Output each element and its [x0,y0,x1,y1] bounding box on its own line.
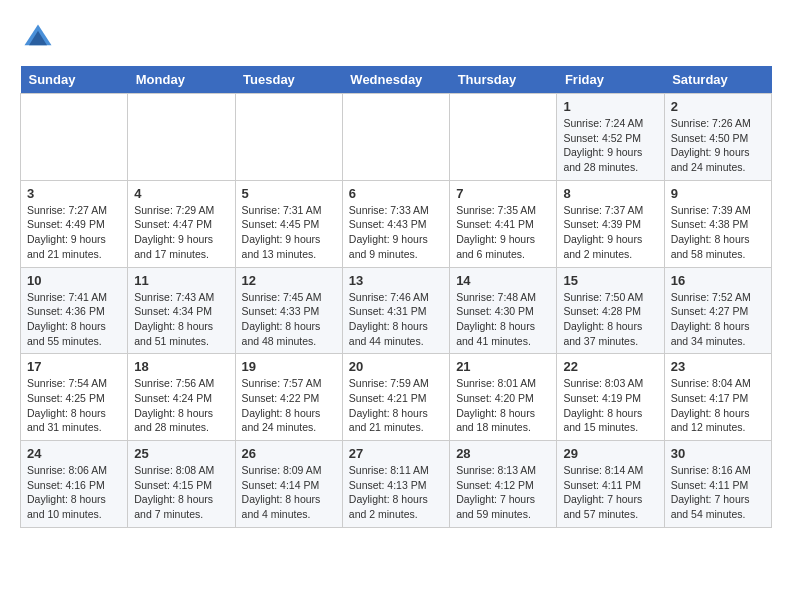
calendar-cell [21,94,128,181]
calendar-cell [235,94,342,181]
day-number: 29 [563,446,657,461]
day-info: Sunrise: 7:45 AM Sunset: 4:33 PM Dayligh… [242,290,336,349]
day-number: 16 [671,273,765,288]
day-number: 5 [242,186,336,201]
calendar-cell: 18Sunrise: 7:56 AM Sunset: 4:24 PM Dayli… [128,354,235,441]
logo-icon [20,20,56,56]
day-info: Sunrise: 7:39 AM Sunset: 4:38 PM Dayligh… [671,203,765,262]
calendar-cell: 6Sunrise: 7:33 AM Sunset: 4:43 PM Daylig… [342,180,449,267]
day-info: Sunrise: 7:26 AM Sunset: 4:50 PM Dayligh… [671,116,765,175]
day-number: 8 [563,186,657,201]
day-info: Sunrise: 8:09 AM Sunset: 4:14 PM Dayligh… [242,463,336,522]
calendar-cell: 11Sunrise: 7:43 AM Sunset: 4:34 PM Dayli… [128,267,235,354]
calendar-cell: 14Sunrise: 7:48 AM Sunset: 4:30 PM Dayli… [450,267,557,354]
calendar-cell: 27Sunrise: 8:11 AM Sunset: 4:13 PM Dayli… [342,441,449,528]
calendar-cell: 25Sunrise: 8:08 AM Sunset: 4:15 PM Dayli… [128,441,235,528]
day-info: Sunrise: 8:06 AM Sunset: 4:16 PM Dayligh… [27,463,121,522]
weekday-header: Wednesday [342,66,449,94]
calendar-cell: 7Sunrise: 7:35 AM Sunset: 4:41 PM Daylig… [450,180,557,267]
day-info: Sunrise: 7:24 AM Sunset: 4:52 PM Dayligh… [563,116,657,175]
day-number: 13 [349,273,443,288]
calendar-cell: 10Sunrise: 7:41 AM Sunset: 4:36 PM Dayli… [21,267,128,354]
calendar-cell: 17Sunrise: 7:54 AM Sunset: 4:25 PM Dayli… [21,354,128,441]
calendar-cell [128,94,235,181]
calendar-cell: 3Sunrise: 7:27 AM Sunset: 4:49 PM Daylig… [21,180,128,267]
weekday-header: Thursday [450,66,557,94]
day-info: Sunrise: 7:48 AM Sunset: 4:30 PM Dayligh… [456,290,550,349]
day-number: 30 [671,446,765,461]
day-number: 4 [134,186,228,201]
day-info: Sunrise: 7:27 AM Sunset: 4:49 PM Dayligh… [27,203,121,262]
calendar-cell: 2Sunrise: 7:26 AM Sunset: 4:50 PM Daylig… [664,94,771,181]
day-number: 2 [671,99,765,114]
day-number: 11 [134,273,228,288]
day-number: 10 [27,273,121,288]
day-number: 1 [563,99,657,114]
weekday-header: Friday [557,66,664,94]
day-number: 26 [242,446,336,461]
calendar-cell: 30Sunrise: 8:16 AM Sunset: 4:11 PM Dayli… [664,441,771,528]
day-info: Sunrise: 8:01 AM Sunset: 4:20 PM Dayligh… [456,376,550,435]
calendar-cell: 16Sunrise: 7:52 AM Sunset: 4:27 PM Dayli… [664,267,771,354]
page-header [20,20,772,56]
calendar-cell: 29Sunrise: 8:14 AM Sunset: 4:11 PM Dayli… [557,441,664,528]
day-number: 21 [456,359,550,374]
calendar-cell: 1Sunrise: 7:24 AM Sunset: 4:52 PM Daylig… [557,94,664,181]
day-number: 17 [27,359,121,374]
day-number: 9 [671,186,765,201]
day-info: Sunrise: 7:52 AM Sunset: 4:27 PM Dayligh… [671,290,765,349]
calendar-cell: 9Sunrise: 7:39 AM Sunset: 4:38 PM Daylig… [664,180,771,267]
calendar-cell: 22Sunrise: 8:03 AM Sunset: 4:19 PM Dayli… [557,354,664,441]
day-info: Sunrise: 7:33 AM Sunset: 4:43 PM Dayligh… [349,203,443,262]
day-number: 12 [242,273,336,288]
day-info: Sunrise: 7:50 AM Sunset: 4:28 PM Dayligh… [563,290,657,349]
day-info: Sunrise: 7:57 AM Sunset: 4:22 PM Dayligh… [242,376,336,435]
day-number: 14 [456,273,550,288]
calendar-cell: 26Sunrise: 8:09 AM Sunset: 4:14 PM Dayli… [235,441,342,528]
calendar-cell [450,94,557,181]
day-number: 7 [456,186,550,201]
day-info: Sunrise: 7:56 AM Sunset: 4:24 PM Dayligh… [134,376,228,435]
day-info: Sunrise: 8:14 AM Sunset: 4:11 PM Dayligh… [563,463,657,522]
weekday-header: Monday [128,66,235,94]
day-number: 18 [134,359,228,374]
day-number: 15 [563,273,657,288]
day-info: Sunrise: 8:03 AM Sunset: 4:19 PM Dayligh… [563,376,657,435]
day-info: Sunrise: 8:11 AM Sunset: 4:13 PM Dayligh… [349,463,443,522]
day-number: 28 [456,446,550,461]
calendar-cell: 5Sunrise: 7:31 AM Sunset: 4:45 PM Daylig… [235,180,342,267]
day-info: Sunrise: 7:35 AM Sunset: 4:41 PM Dayligh… [456,203,550,262]
day-info: Sunrise: 7:59 AM Sunset: 4:21 PM Dayligh… [349,376,443,435]
day-info: Sunrise: 8:04 AM Sunset: 4:17 PM Dayligh… [671,376,765,435]
day-info: Sunrise: 7:46 AM Sunset: 4:31 PM Dayligh… [349,290,443,349]
calendar-week-row: 3Sunrise: 7:27 AM Sunset: 4:49 PM Daylig… [21,180,772,267]
calendar-week-row: 24Sunrise: 8:06 AM Sunset: 4:16 PM Dayli… [21,441,772,528]
calendar-cell: 21Sunrise: 8:01 AM Sunset: 4:20 PM Dayli… [450,354,557,441]
calendar-cell: 24Sunrise: 8:06 AM Sunset: 4:16 PM Dayli… [21,441,128,528]
calendar-week-row: 1Sunrise: 7:24 AM Sunset: 4:52 PM Daylig… [21,94,772,181]
calendar-table: SundayMondayTuesdayWednesdayThursdayFrid… [20,66,772,528]
calendar-body: 1Sunrise: 7:24 AM Sunset: 4:52 PM Daylig… [21,94,772,528]
calendar-cell: 8Sunrise: 7:37 AM Sunset: 4:39 PM Daylig… [557,180,664,267]
day-info: Sunrise: 7:31 AM Sunset: 4:45 PM Dayligh… [242,203,336,262]
calendar-cell: 13Sunrise: 7:46 AM Sunset: 4:31 PM Dayli… [342,267,449,354]
calendar-cell [342,94,449,181]
day-info: Sunrise: 7:37 AM Sunset: 4:39 PM Dayligh… [563,203,657,262]
weekday-header: Sunday [21,66,128,94]
calendar-cell: 19Sunrise: 7:57 AM Sunset: 4:22 PM Dayli… [235,354,342,441]
calendar-cell: 20Sunrise: 7:59 AM Sunset: 4:21 PM Dayli… [342,354,449,441]
day-info: Sunrise: 8:13 AM Sunset: 4:12 PM Dayligh… [456,463,550,522]
day-info: Sunrise: 8:08 AM Sunset: 4:15 PM Dayligh… [134,463,228,522]
calendar-header: SundayMondayTuesdayWednesdayThursdayFrid… [21,66,772,94]
day-number: 20 [349,359,443,374]
weekday-header-row: SundayMondayTuesdayWednesdayThursdayFrid… [21,66,772,94]
day-info: Sunrise: 7:29 AM Sunset: 4:47 PM Dayligh… [134,203,228,262]
day-number: 24 [27,446,121,461]
day-number: 25 [134,446,228,461]
day-number: 3 [27,186,121,201]
logo [20,20,60,56]
calendar-cell: 28Sunrise: 8:13 AM Sunset: 4:12 PM Dayli… [450,441,557,528]
calendar-week-row: 10Sunrise: 7:41 AM Sunset: 4:36 PM Dayli… [21,267,772,354]
calendar-cell: 15Sunrise: 7:50 AM Sunset: 4:28 PM Dayli… [557,267,664,354]
calendar-week-row: 17Sunrise: 7:54 AM Sunset: 4:25 PM Dayli… [21,354,772,441]
